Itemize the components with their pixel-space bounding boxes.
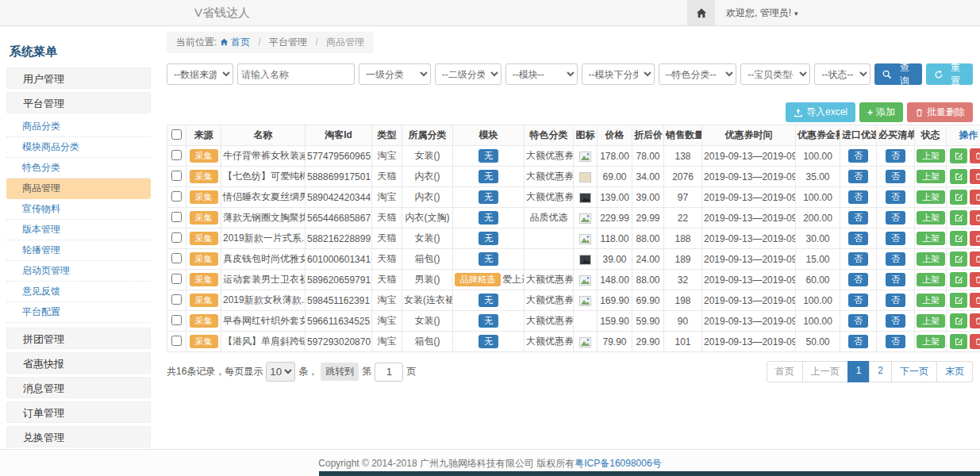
welcome-user-menu[interactable]: 欢迎您, 管理员!▾ xyxy=(726,6,798,20)
must-buy-toggle[interactable]: 否 xyxy=(886,232,905,245)
row-checkbox[interactable] xyxy=(171,315,182,325)
status-toggle[interactable]: 上架 xyxy=(917,273,945,286)
sidebar-item-6[interactable]: 宣传物料 xyxy=(6,199,151,220)
delete-button[interactable] xyxy=(970,169,980,184)
module-badge[interactable]: 无 xyxy=(478,314,498,328)
search-button[interactable]: 查询 xyxy=(874,63,921,85)
edit-button[interactable] xyxy=(950,210,967,225)
module-badge[interactable]: 无 xyxy=(478,232,498,245)
page-number-input[interactable] xyxy=(375,363,403,382)
delete-button[interactable] xyxy=(970,210,980,225)
status-toggle[interactable]: 上架 xyxy=(917,149,945,163)
data-source-select[interactable]: --数据来源-- xyxy=(167,63,233,85)
name-input[interactable] xyxy=(237,63,355,85)
jump-button[interactable]: 跳转到 xyxy=(321,363,359,381)
import-select-toggle[interactable]: 否 xyxy=(848,273,868,286)
delete-button[interactable] xyxy=(970,231,980,246)
delete-button[interactable] xyxy=(970,313,980,328)
icp-link[interactable]: 粤ICP备16098006号 xyxy=(575,458,661,469)
delete-button[interactable] xyxy=(970,293,980,308)
import-select-toggle[interactable]: 否 xyxy=(848,170,868,183)
sidebar-group-14[interactable]: 消息管理 xyxy=(6,377,151,398)
module-badge[interactable]: 品牌精选 xyxy=(455,273,501,286)
pager-button-上一页[interactable]: 上一页 xyxy=(802,361,848,382)
import-select-toggle[interactable]: 否 xyxy=(848,335,868,348)
level2-category-select[interactable]: --二级分类-- xyxy=(435,63,502,85)
import-select-toggle[interactable]: 否 xyxy=(848,190,868,204)
row-checkbox[interactable] xyxy=(171,336,182,346)
edit-button[interactable] xyxy=(950,169,967,184)
sidebar-item-9[interactable]: 启动页管理 xyxy=(6,261,151,282)
row-checkbox[interactable] xyxy=(171,212,182,222)
must-buy-toggle[interactable]: 否 xyxy=(886,211,905,225)
row-checkbox[interactable] xyxy=(171,171,182,181)
row-checkbox[interactable] xyxy=(171,150,182,160)
batch-delete-button[interactable]: 批量删除 xyxy=(907,102,973,122)
must-buy-toggle[interactable]: 否 xyxy=(886,252,905,266)
sidebar-item-8[interactable]: 轮播管理 xyxy=(6,240,151,261)
edit-button[interactable] xyxy=(950,251,967,267)
sidebar-group-1[interactable]: 平台管理 xyxy=(6,92,151,113)
feature-category-select[interactable]: --特色分类-- xyxy=(659,63,737,85)
row-checkbox[interactable] xyxy=(171,191,182,202)
import-select-toggle[interactable]: 否 xyxy=(848,232,868,245)
sidebar-item-5[interactable]: 商品管理 xyxy=(6,178,151,199)
must-buy-toggle[interactable]: 否 xyxy=(886,170,905,183)
row-checkbox[interactable] xyxy=(171,232,182,243)
reset-button[interactable]: 重置 xyxy=(926,63,973,85)
sidebar-item-3[interactable]: 模块商品分类 xyxy=(6,137,151,158)
module-badge[interactable]: 无 xyxy=(478,294,498,307)
module-badge[interactable]: 无 xyxy=(478,149,498,163)
home-button[interactable] xyxy=(687,0,715,25)
sidebar-item-10[interactable]: 意见反馈 xyxy=(6,282,151,302)
status-toggle[interactable]: 上架 xyxy=(917,314,945,328)
sidebar-group-16[interactable]: 兑换管理 xyxy=(6,426,151,447)
import-select-toggle[interactable]: 否 xyxy=(848,149,868,163)
must-buy-toggle[interactable]: 否 xyxy=(886,190,905,204)
delete-button[interactable] xyxy=(970,148,980,163)
delete-button[interactable] xyxy=(970,272,980,287)
import-excel-button[interactable]: 导入excel xyxy=(786,102,855,122)
pager-button-下一页[interactable]: 下一页 xyxy=(891,361,937,382)
delete-button[interactable] xyxy=(970,190,980,205)
must-buy-toggle[interactable]: 否 xyxy=(886,314,905,328)
module-select[interactable]: --模块-- xyxy=(505,63,578,85)
status-toggle[interactable]: 上架 xyxy=(917,252,945,266)
module-badge[interactable]: 无 xyxy=(478,211,498,225)
sidebar-item-7[interactable]: 版本管理 xyxy=(6,220,151,240)
must-buy-toggle[interactable]: 否 xyxy=(886,294,905,307)
module-badge[interactable]: 无 xyxy=(478,170,498,183)
status-toggle[interactable]: 上架 xyxy=(917,294,945,307)
edit-button[interactable] xyxy=(950,334,967,349)
status-toggle[interactable]: 上架 xyxy=(917,232,945,245)
import-select-toggle[interactable]: 否 xyxy=(848,252,868,266)
status-toggle[interactable]: 上架 xyxy=(917,335,945,348)
delete-button[interactable] xyxy=(970,251,980,267)
sidebar-group-15[interactable]: 订单管理 xyxy=(6,401,151,423)
per-page-select[interactable]: 10 xyxy=(266,362,295,382)
sidebar-group-13[interactable]: 省惠快报 xyxy=(6,352,151,374)
edit-button[interactable] xyxy=(950,148,967,163)
module-badge[interactable]: 无 xyxy=(478,190,498,204)
sidebar-item-11[interactable]: 平台配置 xyxy=(6,302,151,323)
pager-button-1[interactable]: 1 xyxy=(847,361,870,382)
edit-button[interactable] xyxy=(950,231,967,246)
row-checkbox[interactable] xyxy=(171,294,182,305)
pager-button-末页[interactable]: 末页 xyxy=(936,361,973,382)
module-sub-category-select[interactable]: --模块下分类-- xyxy=(582,63,655,85)
pager-button-2[interactable]: 2 xyxy=(869,361,892,382)
status-toggle[interactable]: 上架 xyxy=(917,170,945,183)
sidebar-item-2[interactable]: 商品分类 xyxy=(6,117,151,137)
row-checkbox[interactable] xyxy=(171,274,182,284)
edit-button[interactable] xyxy=(950,293,967,308)
level1-category-select[interactable]: 一级分类 xyxy=(359,63,431,85)
breadcrumb-home-link[interactable]: 首页 xyxy=(220,36,253,48)
sidebar-item-4[interactable]: 特色分类 xyxy=(6,158,151,178)
edit-button[interactable] xyxy=(950,313,967,328)
select-all-checkbox[interactable] xyxy=(171,129,182,140)
module-badge[interactable]: 无 xyxy=(478,252,498,266)
add-button[interactable]: + 添加 xyxy=(859,102,903,122)
sidebar-group-0[interactable]: 用户管理 xyxy=(6,67,151,89)
sidebar-group-12[interactable]: 拼团管理 xyxy=(6,328,151,349)
import-select-toggle[interactable]: 否 xyxy=(848,314,868,328)
